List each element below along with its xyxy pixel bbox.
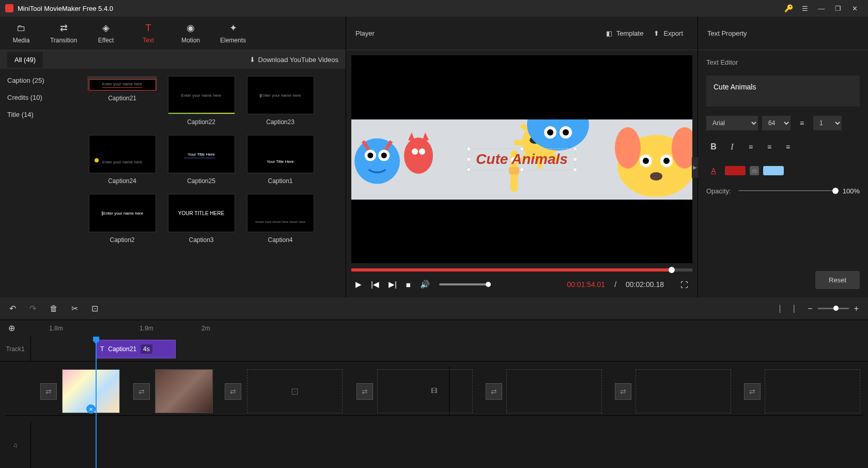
resize-handle[interactable] — [467, 147, 471, 151]
delete-button[interactable]: 🗑 — [50, 304, 58, 313]
cat-title[interactable]: Title (14) — [0, 106, 80, 123]
bold-button[interactable]: B — [706, 140, 721, 154]
color-swatch-red[interactable] — [725, 166, 746, 175]
template-grid[interactable]: Enter your name hereCaption21 Enter your… — [80, 69, 346, 297]
menu-icon[interactable]: ☰ — [797, 0, 813, 17]
template-button[interactable]: ◧Template — [601, 26, 649, 40]
export-button[interactable]: ⬆Export — [648, 26, 688, 40]
thumb-caption2[interactable]: ∥ Enter your name hereCaption2 — [87, 194, 157, 244]
align-left-button[interactable]: ≡ — [743, 140, 758, 154]
transition-slot[interactable]: ⇄ — [357, 383, 373, 400]
tab-media[interactable]: 🗀Media — [0, 17, 42, 50]
zoom-out-button[interactable]: − — [808, 304, 812, 313]
tab-transition-label: Transition — [50, 37, 77, 44]
playhead[interactable] — [96, 337, 97, 468]
undo-button[interactable]: ↶ — [9, 304, 16, 313]
tab-transition[interactable]: ⇄Transition — [42, 17, 85, 50]
add-track-button[interactable]: ⊕ — [8, 323, 15, 333]
cat-credits[interactable]: Credits (10) — [0, 89, 80, 106]
italic-button[interactable]: I — [725, 140, 739, 154]
clip-delete-icon[interactable]: ✕ — [86, 404, 96, 414]
next-frame-button[interactable]: ▶| — [389, 280, 397, 289]
redo-button[interactable]: ↷ — [29, 304, 36, 313]
text-track[interactable]: Track1 T Caption21 4s — [0, 337, 868, 361]
svg-point-7 — [419, 148, 425, 155]
font-size-select[interactable]: 64 — [762, 116, 791, 130]
thumb-caption22[interactable]: Enter your name hereCaption22 — [166, 76, 236, 126]
color-swatch-blue[interactable] — [763, 166, 784, 175]
video-clip-2[interactable] — [155, 369, 213, 413]
resize-handle[interactable] — [520, 168, 524, 172]
volume-icon[interactable]: 🔊 — [420, 280, 430, 289]
tab-effect[interactable]: ◈Effect — [85, 17, 127, 50]
font-select[interactable]: Arial — [706, 116, 758, 130]
thumb-caption3[interactable]: YOUR TITLE HERECaption3 — [166, 194, 236, 244]
resize-handle[interactable] — [520, 147, 524, 151]
resize-handle[interactable] — [573, 147, 577, 151]
align-right-button[interactable]: ≡ — [781, 140, 795, 154]
volume-slider[interactable] — [439, 283, 491, 285]
tab-elements[interactable]: ✦Elements — [212, 17, 254, 50]
resize-handle[interactable] — [467, 157, 471, 161]
line-spacing-icon[interactable]: ≡ — [795, 116, 809, 130]
split-button[interactable]: ✂ — [71, 304, 78, 313]
text-input[interactable]: Cute Animals — [706, 76, 860, 107]
prev-frame-button[interactable]: |◀ — [371, 280, 379, 289]
thumb-caption24[interactable]: Enter your name hereCaption24 — [87, 135, 157, 185]
zoom-in-button[interactable]: + — [854, 304, 859, 313]
text-clip[interactable]: T Caption21 4s — [96, 340, 176, 358]
transition-slot[interactable]: ⇄ — [744, 383, 761, 400]
highlight-toggle[interactable]: ab — [750, 166, 759, 175]
video-clip-1[interactable]: ✕ — [62, 369, 120, 413]
transition-slot[interactable]: ⇄ — [225, 383, 241, 400]
audio-track[interactable]: ♫ — [0, 421, 868, 468]
collapse-panel-button[interactable]: ▶ — [692, 157, 698, 178]
align-center-button[interactable]: ≡ — [762, 140, 777, 154]
thumb-caption25[interactable]: Your Title HereCaption25 — [166, 135, 236, 185]
transition-slot[interactable]: ⇄ — [40, 383, 57, 400]
reset-button[interactable]: Reset — [815, 271, 860, 289]
scrub-bar[interactable] — [351, 268, 692, 271]
subtab-all[interactable]: All (49) — [7, 52, 43, 68]
video-preview[interactable]: Cute Animals — [351, 55, 692, 263]
play-button[interactable]: ▶ — [355, 280, 362, 289]
thumb-caption23[interactable]: | Enter your name hereCaption23 — [245, 76, 315, 126]
timeline-tracks: Track1 T Caption21 4s 🎞 ⇄ ✕ ⇄ ⇄ ⊡ ⇄ ⇄ ⇄ … — [0, 337, 868, 468]
resize-handle[interactable] — [467, 168, 471, 172]
transition-slot[interactable]: ⇄ — [133, 383, 150, 400]
zoom-slider[interactable] — [818, 308, 849, 309]
minimize-button[interactable]: — — [813, 0, 830, 17]
download-youtube-link[interactable]: ⬇Download YouTube Videos — [250, 56, 338, 64]
empty-slot[interactable] — [377, 369, 473, 413]
cat-caption[interactable]: Caption (25) — [0, 72, 80, 89]
tab-text[interactable]: TText — [127, 17, 169, 50]
resize-handle[interactable] — [573, 168, 577, 172]
crop-button[interactable]: ⊡ — [91, 304, 98, 313]
empty-slot[interactable] — [636, 369, 731, 413]
stop-button[interactable]: ■ — [406, 280, 411, 289]
tab-motion[interactable]: ◉Motion — [169, 17, 212, 50]
empty-slot[interactable] — [765, 369, 860, 413]
fullscreen-button[interactable]: ⛶ — [680, 280, 688, 289]
thumb-caption1[interactable]: Your Title HereCaption1 — [245, 135, 315, 185]
thumb-caption4[interactable]: shown here shown here shown hereCaption4 — [245, 194, 315, 244]
close-button[interactable]: ✕ — [846, 0, 863, 17]
text-color-icon[interactable]: A — [706, 163, 721, 178]
svg-point-28 — [615, 127, 641, 169]
thumb-caption21[interactable]: Enter your name hereCaption21 — [87, 76, 157, 90]
empty-slot[interactable] — [506, 369, 602, 413]
transition-slot[interactable]: ⇄ — [486, 383, 502, 400]
video-track[interactable]: 🎞 ⇄ ✕ ⇄ ⇄ ⊡ ⇄ ⇄ ⇄ ⇄ — [5, 367, 863, 416]
resize-handle[interactable] — [573, 157, 577, 161]
fit-button[interactable]: ⎸⎹ — [780, 304, 794, 313]
transition-slot[interactable]: ⇄ — [615, 383, 631, 400]
text-overlay-box[interactable]: Cute Animals — [468, 148, 576, 170]
text-property-panel: ▶ Text Property Text Editor Cute Animals… — [698, 17, 868, 297]
opacity-slider[interactable] — [738, 190, 835, 192]
maximize-button[interactable]: ❐ — [830, 0, 846, 17]
line-height-select[interactable]: 1 — [813, 116, 842, 130]
timeline-ruler[interactable]: ⊕ 1.8m 1.9m 2m — [0, 320, 868, 337]
player-panel: Player ◧Template ⬆Export Cute Animals ▶ — [346, 17, 698, 297]
empty-slot[interactable]: ⊡ — [247, 369, 343, 413]
license-key-icon[interactable]: 🔑 — [780, 0, 797, 17]
